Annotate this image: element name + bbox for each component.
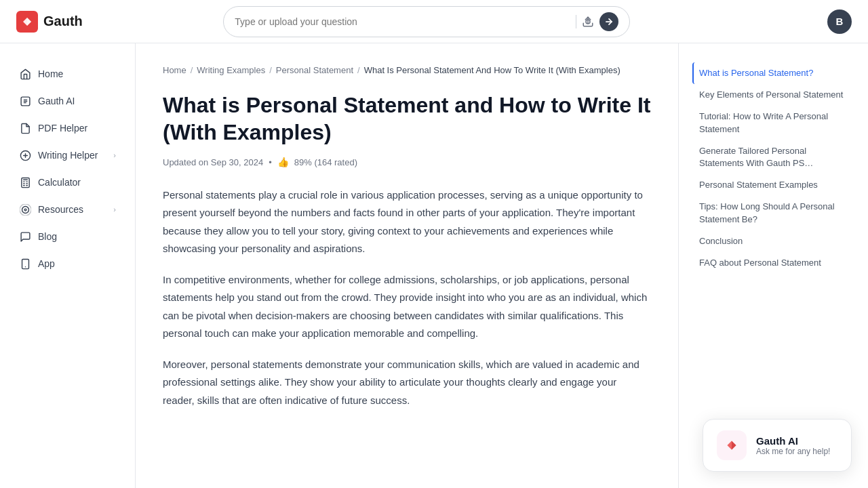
ai-icon (19, 95, 31, 107)
logo-text: Gauth (43, 14, 83, 29)
sidebar-item-writing-helper[interactable]: Writing Helper › (5, 142, 130, 168)
svg-point-17 (20, 204, 31, 216)
ai-widget-text: Gauth AI Ask me for any help! (756, 435, 830, 456)
logo-icon (16, 11, 38, 33)
app-icon (19, 258, 31, 270)
top-navigation: Gauth B (0, 0, 868, 43)
sidebar-item-pdf-helper-label: PDF Helper (38, 123, 87, 134)
toc-item-1[interactable]: Key Elements of Personal Statement (692, 84, 854, 106)
breadcrumb-personal-statement[interactable]: Personal Statement (276, 65, 353, 75)
svg-point-15 (24, 209, 26, 211)
search-submit-button[interactable] (599, 12, 618, 31)
ai-chat-widget[interactable]: Gauth AI Ask me for any help! (703, 419, 852, 472)
rating-thumb-icon: 👍 (277, 157, 289, 167)
sidebar-item-gauth-ai-label: Gauth AI (38, 96, 75, 106)
breadcrumb-current: What Is Personal Statement And How To Wr… (364, 65, 620, 75)
blog-icon (19, 230, 31, 243)
toc-item-5[interactable]: Tips: How Long Should A Personal Stateme… (692, 196, 854, 230)
calculator-icon (19, 176, 31, 188)
sidebar-item-home-label: Home (38, 68, 63, 79)
writing-helper-arrow: › (113, 151, 116, 159)
sidebar-item-calculator[interactable]: Calculator (5, 169, 130, 195)
toc-item-4[interactable]: Personal Statement Examples (692, 174, 854, 196)
article-updated: Updated on Sep 30, 2024 (163, 157, 263, 167)
breadcrumb-home[interactable]: Home (163, 65, 186, 75)
pdf-icon (19, 122, 31, 134)
sidebar-item-calculator-label: Calculator (38, 177, 81, 188)
toc-item-0[interactable]: What is Personal Statement? (692, 62, 854, 84)
resources-arrow: › (113, 205, 116, 214)
ai-widget-name: Gauth AI (756, 435, 830, 447)
article-paragraph-1: Personal statements play a crucial role … (163, 186, 651, 258)
sidebar-item-blog-label: Blog (38, 231, 57, 242)
article-rating: 89% (164 rated) (294, 157, 357, 167)
search-divider (576, 15, 576, 28)
search-input[interactable] (235, 16, 570, 27)
resources-icon (19, 203, 31, 216)
svg-rect-7 (21, 178, 28, 187)
sidebar-item-app-label: App (38, 258, 55, 269)
article-paragraph-3: Moreover, personal statements demonstrat… (163, 356, 651, 409)
user-avatar[interactable]: B (827, 9, 852, 34)
sidebar-item-writing-helper-label: Writing Helper (38, 150, 98, 161)
sidebar-item-gauth-ai[interactable]: Gauth AI (5, 88, 130, 114)
sidebar-item-blog[interactable]: Blog (5, 224, 130, 249)
sidebar-item-resources[interactable]: Resources › (5, 197, 130, 222)
breadcrumb: Home / Writing Examples / Personal State… (163, 65, 651, 75)
sidebar-item-home[interactable]: Home (5, 61, 130, 87)
toc-item-3[interactable]: Generate Tailored Personal Statements Wi… (692, 140, 854, 174)
breadcrumb-writing-examples[interactable]: Writing Examples (197, 65, 265, 75)
sidebar-item-app[interactable]: App (5, 251, 130, 277)
ai-widget-icon (717, 430, 747, 460)
article-paragraph-2: In competitive environments, whether for… (163, 271, 651, 342)
sidebar-item-pdf-helper[interactable]: PDF Helper (5, 115, 130, 141)
article-title: What is Personal Statement and How to Wr… (163, 92, 651, 146)
sidebar: Home Gauth AI PDF Helper Writing Helper … (0, 43, 136, 488)
logo[interactable]: Gauth (16, 11, 125, 33)
home-icon (19, 68, 31, 80)
writing-icon (19, 149, 31, 161)
svg-rect-18 (22, 259, 28, 268)
toc-item-6[interactable]: Conclusion (692, 230, 854, 252)
main-content: Home / Writing Examples / Personal State… (136, 43, 678, 488)
article-meta: Updated on Sep 30, 2024 • 👍 89% (164 rat… (163, 157, 651, 167)
sidebar-item-resources-label: Resources (38, 204, 83, 215)
camera-button[interactable] (582, 16, 594, 28)
svg-point-16 (22, 206, 28, 213)
ai-widget-subtitle: Ask me for any help! (756, 447, 830, 456)
toc-item-7[interactable]: FAQ about Personal Statement (692, 252, 854, 274)
search-bar (223, 6, 630, 37)
toc-item-2[interactable]: Tutorial: How to Write A Personal Statem… (692, 106, 854, 140)
article-body: Personal statements play a crucial role … (163, 186, 651, 409)
